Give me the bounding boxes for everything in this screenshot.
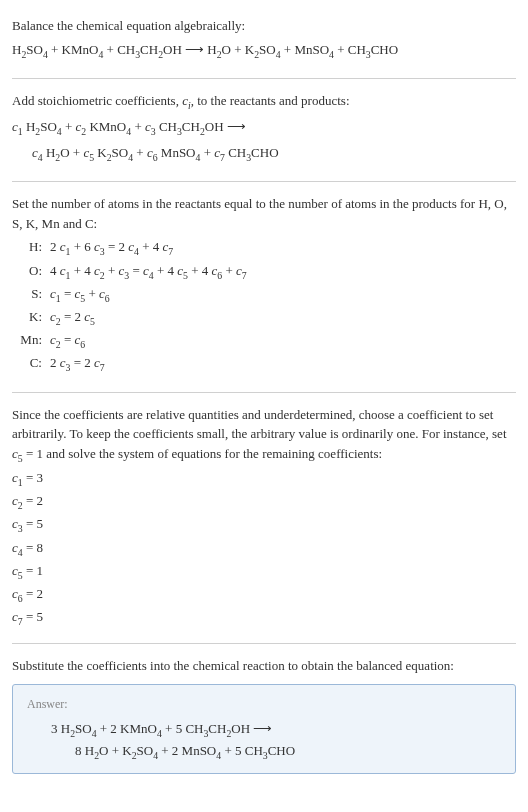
unbalanced-equation: H2SO4 + KMnO4 + CH3CH2OH ⟶ H2O + K2SO4 +…	[12, 40, 516, 62]
atom-label: C:	[20, 353, 50, 373]
divider	[12, 643, 516, 644]
coeff-c7: c7 = 5	[12, 607, 516, 629]
coeff-c5: c5 = 1	[12, 561, 516, 583]
atom-row-s: S: c1 = c5 + c6	[20, 284, 516, 306]
atom-equation: c2 = 2 c5	[50, 307, 516, 329]
balanced-equation-line2: 8 H2O + K2SO4 + 2 MnSO4 + 5 CH3CHO	[27, 741, 501, 763]
header-section: Balance the chemical equation algebraica…	[12, 8, 516, 74]
divider	[12, 392, 516, 393]
atom-row-h: H: 2 c1 + 6 c3 = 2 c4 + 4 c7	[20, 237, 516, 259]
atom-equation: c1 = c5 + c6	[50, 284, 516, 306]
result-intro: Substitute the coefficients into the che…	[12, 656, 516, 676]
coeff-c4: c4 = 8	[12, 538, 516, 560]
atom-row-c: C: 2 c3 = 2 c7	[20, 353, 516, 375]
coefficient-list: c1 = 3 c2 = 2 c3 = 5 c4 = 8 c5 = 1 c6 = …	[12, 468, 516, 630]
atom-label: K:	[20, 307, 50, 327]
atoms-intro: Set the number of atoms in the reactants…	[12, 194, 516, 233]
coeff-c3: c3 = 5	[12, 514, 516, 536]
coeff-c1: c1 = 3	[12, 468, 516, 490]
balanced-equation-line1: 3 H2SO4 + 2 KMnO4 + 5 CH3CH2OH ⟶	[27, 719, 501, 741]
answer-box: Answer: 3 H2SO4 + 2 KMnO4 + 5 CH3CH2OH ⟶…	[12, 684, 516, 774]
atom-balance-table: H: 2 c1 + 6 c3 = 2 c4 + 4 c7 O: 4 c1 + 4…	[20, 237, 516, 375]
stoich-section: Add stoichiometric coefficients, ci, to …	[12, 83, 516, 178]
atom-equation: 2 c3 = 2 c7	[50, 353, 516, 375]
atom-row-o: O: 4 c1 + 4 c2 + c3 = c4 + 4 c5 + 4 c6 +…	[20, 261, 516, 283]
solve-section: Since the coefficients are relative quan…	[12, 397, 516, 640]
coeff-c2: c2 = 2	[12, 491, 516, 513]
coeff-c6: c6 = 2	[12, 584, 516, 606]
atom-label: S:	[20, 284, 50, 304]
atom-equation: 2 c1 + 6 c3 = 2 c4 + 4 c7	[50, 237, 516, 259]
result-section: Substitute the coefficients into the che…	[12, 648, 516, 782]
atom-equation: 4 c1 + 4 c2 + c3 = c4 + 4 c5 + 4 c6 + c7	[50, 261, 516, 283]
atom-equation: c2 = c6	[50, 330, 516, 352]
stoich-intro: Add stoichiometric coefficients, ci, to …	[12, 91, 516, 113]
page-title: Balance the chemical equation algebraica…	[12, 16, 516, 36]
stoich-equation-line1: c1 H2SO4 + c2 KMnO4 + c3 CH3CH2OH ⟶	[12, 117, 516, 139]
atom-label: O:	[20, 261, 50, 281]
atom-row-mn: Mn: c2 = c6	[20, 330, 516, 352]
atom-label: Mn:	[20, 330, 50, 350]
divider	[12, 181, 516, 182]
solve-intro: Since the coefficients are relative quan…	[12, 405, 516, 466]
atoms-section: Set the number of atoms in the reactants…	[12, 186, 516, 387]
stoich-equation-line2: c4 H2O + c5 K2SO4 + c6 MnSO4 + c7 CH3CHO	[12, 143, 516, 165]
answer-label: Answer:	[27, 695, 501, 713]
atom-label: H:	[20, 237, 50, 257]
divider	[12, 78, 516, 79]
atom-row-k: K: c2 = 2 c5	[20, 307, 516, 329]
